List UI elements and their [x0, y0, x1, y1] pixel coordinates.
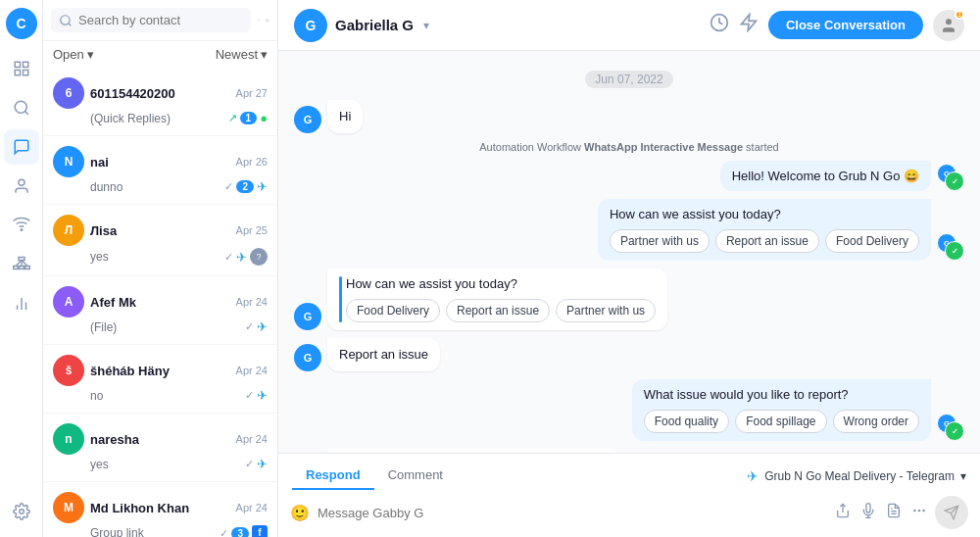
filter-newest-btn[interactable]: Newest ▾ — [216, 47, 268, 62]
avatar: A — [53, 286, 84, 317]
avatar: 6 — [53, 77, 84, 109]
clock-icon[interactable] — [710, 13, 729, 37]
close-conversation-button[interactable]: Close Conversation — [768, 11, 923, 39]
contact-avatar: G — [294, 9, 327, 42]
svg-marker-28 — [741, 15, 756, 31]
share-icon[interactable] — [835, 503, 851, 522]
message-row: G Report an issue — [294, 338, 440, 371]
left-navigation: C — [0, 0, 43, 537]
chat-input-area: Respond Comment ✈ Grub N Go Meal Deliver… — [278, 453, 980, 537]
message-input-row: 🙂 — [278, 490, 980, 537]
message-bubble: What issue would you like to report? Foo… — [632, 379, 931, 441]
svg-point-37 — [923, 510, 924, 511]
chat-main: G Gabriella G ▾ Close Conversation 1 Jun… — [278, 0, 980, 537]
action-food-quality-btn[interactable]: Food quality — [644, 410, 729, 433]
quick-reply-partner[interactable]: Partner with us — [556, 299, 656, 322]
svg-line-5 — [24, 111, 27, 114]
telegram-icon: ✈ — [747, 468, 759, 484]
filter-open-btn[interactable]: Open ▾ — [53, 47, 94, 62]
svg-rect-2 — [15, 71, 20, 75]
message-row: G Hi — [294, 100, 363, 133]
svg-point-35 — [914, 510, 915, 511]
message-bubble: Hello! Welcome to Grub N Go 😄 — [720, 161, 931, 191]
nav-icon-person[interactable] — [4, 169, 39, 204]
message-row: G ✓ How can we assist you today? Partner… — [598, 199, 964, 261]
message-bubble: How can we assist you today? Food Delive… — [327, 268, 667, 330]
contact-name: Gabriella G — [335, 17, 414, 33]
avatar: n — [53, 423, 84, 455]
tab-respond[interactable]: Respond — [292, 462, 374, 490]
chat-tabs: Respond Comment ✈ Grub N Go Meal Deliver… — [278, 454, 980, 490]
svg-point-18 — [19, 510, 24, 514]
nav-icon-search[interactable] — [4, 90, 39, 125]
nav-icon-chat[interactable] — [4, 129, 39, 165]
avatar: N — [53, 146, 84, 177]
sender-avatar: G — [294, 303, 321, 330]
filter-icon[interactable] — [257, 13, 260, 28]
channel-chevron-icon: ▾ — [960, 469, 966, 483]
quick-reply-report[interactable]: Report an issue — [446, 299, 550, 322]
action-partner-btn[interactable]: Partner with us — [610, 229, 710, 253]
nav-icon-settings[interactable] — [4, 494, 39, 529]
mic-icon[interactable] — [860, 503, 876, 522]
action-wrong-order-btn[interactable]: Wrong order — [833, 410, 919, 433]
conversation-list: Open ▾ Newest ▾ 6 601154420200 Apr 27 (Q… — [43, 0, 278, 537]
list-item[interactable]: M Md Likhon Khan Apr 24 Group link ✓ 3 f — [43, 482, 277, 537]
nav-icon-chart[interactable] — [4, 286, 39, 321]
channel-selector[interactable]: ✈ Grub N Go Meal Delivery - Telegram ▾ — [747, 468, 966, 484]
list-item[interactable]: N nai Apr 26 dunno ✓ 2 ✈ — [43, 136, 277, 205]
agent-avatar: 1 — [933, 10, 964, 41]
list-item[interactable]: A Afef Mk Apr 24 (File) ✓ ✈ — [43, 276, 277, 345]
message-row: G ✓ What issue would you like to report?… — [632, 379, 964, 441]
list-item[interactable]: š šhéháb Häny Apr 24 no ✓ ✈ — [43, 345, 277, 414]
svg-rect-10 — [19, 267, 24, 269]
svg-line-12 — [16, 261, 22, 267]
conv-filters: Open ▾ Newest ▾ — [43, 41, 277, 68]
svg-point-29 — [946, 19, 952, 24]
list-item[interactable]: n naresha Apr 24 yes ✓ ✈ — [43, 414, 277, 482]
svg-point-36 — [918, 510, 919, 511]
avatar: Л — [53, 215, 84, 246]
send-button[interactable] — [935, 496, 968, 529]
svg-point-24 — [267, 19, 268, 20]
avatar: M — [53, 492, 84, 523]
user-avatar[interactable]: C — [6, 8, 37, 39]
message-input[interactable] — [318, 506, 827, 520]
more-icon[interactable] — [911, 503, 927, 522]
svg-line-20 — [69, 23, 72, 25]
channel-label: Grub N Go Meal Delivery - Telegram — [764, 469, 955, 483]
message-row: G ✓ Hello! Welcome to Grub N Go 😄 — [720, 161, 964, 191]
sender-avatar-multi: G ✓ — [937, 414, 964, 441]
svg-point-6 — [19, 179, 24, 185]
emoji-icon[interactable]: 🙂 — [290, 504, 310, 522]
action-food-spillage-btn[interactable]: Food spillage — [735, 410, 826, 433]
svg-rect-0 — [15, 62, 20, 67]
search-input[interactable] — [78, 13, 243, 27]
action-food-btn[interactable]: Food Delivery — [825, 229, 919, 253]
sender-avatar: G — [294, 344, 321, 371]
sender-avatar-multi: G ✓ — [937, 164, 964, 191]
chat-messages: Jun 07, 2022 G Hi Automation Workflow Wh… — [278, 51, 980, 453]
conversation-items: 6 601154420200 Apr 27 (Quick Replies) ↗ … — [43, 68, 277, 537]
quick-reply-food[interactable]: Food Delivery — [346, 299, 440, 322]
message-bubble: How can we assist you today? Partner wit… — [598, 199, 931, 261]
nav-icon-org[interactable] — [4, 247, 39, 282]
list-item[interactable]: 6 601154420200 Apr 27 (Quick Replies) ↗ … — [43, 68, 277, 136]
tab-comment[interactable]: Comment — [374, 462, 457, 490]
list-item[interactable]: Л Ліsa Apr 25 yes ✓ ✈ ? — [43, 205, 277, 276]
sender-avatar-multi: G ✓ — [937, 233, 964, 261]
action-report-btn[interactable]: Report an issue — [715, 229, 819, 253]
search-area — [43, 0, 277, 41]
search-box[interactable] — [51, 8, 251, 32]
nav-icon-signal[interactable] — [4, 208, 39, 243]
contact-chevron-icon[interactable]: ▾ — [423, 19, 429, 32]
lightning-icon[interactable] — [739, 13, 759, 37]
svg-point-7 — [21, 229, 23, 231]
system-message: Automation Workflow WhatsApp Interactive… — [479, 141, 778, 153]
sender-avatar: G — [294, 106, 321, 133]
search-icon — [59, 14, 73, 27]
nav-icon-layout[interactable] — [4, 51, 39, 86]
note-icon[interactable] — [886, 503, 902, 522]
svg-rect-11 — [24, 267, 29, 269]
add-contact-icon[interactable] — [266, 12, 270, 29]
